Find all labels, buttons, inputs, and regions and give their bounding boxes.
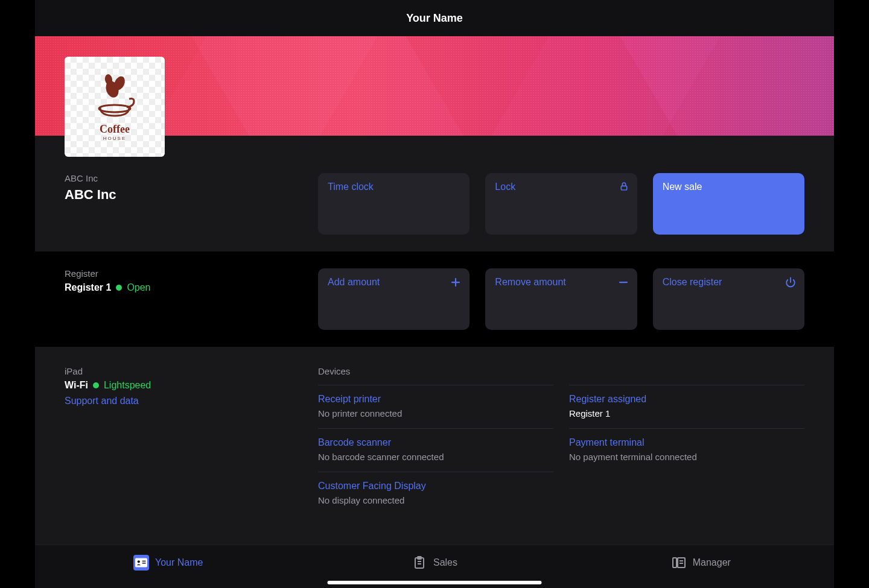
profile-card-icon <box>133 555 149 571</box>
device-customer-display[interactable]: Customer Facing Display No display conne… <box>318 472 553 515</box>
nav-manager-label: Manager <box>693 557 731 568</box>
device-register-assigned[interactable]: Register assigned Register 1 <box>569 385 804 428</box>
nav-profile-label: Your Name <box>155 557 203 568</box>
register-name: Register 1 <box>65 282 111 293</box>
power-icon <box>785 277 796 288</box>
status-dot-icon <box>116 285 122 291</box>
company-subtitle: ABC Inc <box>65 173 318 183</box>
register-status: Open <box>127 282 150 293</box>
minus-icon <box>618 277 629 288</box>
bottom-nav: Your Name Sales <box>35 545 834 588</box>
svg-rect-17 <box>673 558 676 567</box>
add-amount-label: Add amount <box>328 277 380 287</box>
remove-amount-label: Remove amount <box>495 277 565 287</box>
register-row: Register Register 1 Open Add amount <box>35 251 834 347</box>
device-barcode-scanner[interactable]: Barcode scanner No barcode scanner conne… <box>318 428 553 472</box>
lock-icon <box>619 182 629 191</box>
ipad-devices-row: iPad Wi-Fi Lightspeed Support and data D… <box>35 347 834 533</box>
svg-rect-4 <box>621 186 626 190</box>
app-root: Your Name Coffee HOUSE ABC Inc ABC <box>35 0 834 588</box>
svg-rect-12 <box>142 563 146 564</box>
clipboard-icon <box>412 555 427 571</box>
ipad-label: iPad <box>65 366 318 376</box>
lock-label: Lock <box>495 182 515 192</box>
remove-amount-button[interactable]: Remove amount <box>485 268 637 330</box>
svg-point-10 <box>138 560 140 563</box>
top-bar: Your Name <box>35 0 834 36</box>
svg-point-0 <box>99 105 130 112</box>
nav-sales[interactable]: Sales <box>301 545 567 580</box>
nav-profile[interactable]: Your Name <box>35 545 301 580</box>
home-indicator[interactable] <box>328 581 542 584</box>
time-clock-button[interactable]: Time clock <box>318 173 470 235</box>
lock-button[interactable]: Lock <box>485 173 637 235</box>
svg-rect-11 <box>142 561 146 562</box>
device-payment-terminal[interactable]: Payment terminal No payment terminal con… <box>569 428 804 472</box>
register-label: Register <box>65 268 318 279</box>
page-title: Your Name <box>406 12 463 25</box>
time-clock-label: Time clock <box>328 182 374 192</box>
nav-manager[interactable]: Manager <box>568 545 834 580</box>
add-amount-button[interactable]: Add amount <box>318 268 470 330</box>
nav-sales-label: Sales <box>433 557 457 568</box>
device-receipt-printer[interactable]: Receipt printer No printer connected <box>318 385 553 428</box>
wifi-label: Wi-Fi <box>65 380 88 391</box>
coffee-icon <box>91 72 139 121</box>
svg-rect-14 <box>418 557 421 559</box>
close-register-button[interactable]: Close register <box>653 268 804 330</box>
new-sale-button[interactable]: New sale <box>653 173 804 235</box>
manager-icon <box>671 555 687 571</box>
company-name: ABC Inc <box>65 187 318 203</box>
wifi-status-dot-icon <box>93 382 99 388</box>
wifi-name: Lightspeed <box>104 380 151 391</box>
company-logo: Coffee HOUSE <box>65 57 165 157</box>
plus-icon <box>450 277 461 288</box>
devices-header: Devices <box>318 366 804 376</box>
close-register-label: Close register <box>663 277 722 287</box>
new-sale-label: New sale <box>663 182 702 192</box>
support-data-link[interactable]: Support and data <box>65 396 139 406</box>
